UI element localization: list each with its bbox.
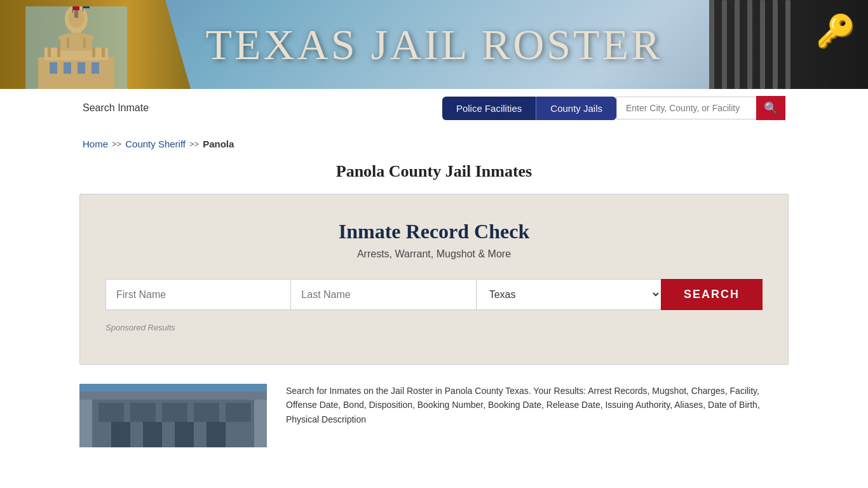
breadcrumb-sep-2: >>	[189, 139, 199, 149]
nav-search-button[interactable]: 🔍	[756, 96, 785, 120]
svg-rect-14	[102, 48, 105, 57]
nav-bar: Search Inmate Police Facilities County J…	[0, 89, 868, 127]
svg-rect-19	[72, 6, 73, 13]
search-icon: 🔍	[764, 101, 778, 115]
svg-rect-29	[226, 403, 251, 422]
svg-rect-18	[92, 62, 99, 74]
search-inmate-label: Search Inmate	[83, 102, 149, 114]
breadcrumb: Home >> County Sheriff >> Panola	[0, 127, 868, 156]
svg-rect-15	[50, 62, 57, 74]
bottom-description: Search for Inmates on the Jail Roster in…	[286, 384, 789, 426]
svg-rect-28	[194, 403, 219, 422]
svg-rect-32	[175, 422, 194, 447]
header-right-image: 🔑	[709, 0, 868, 89]
police-facilities-button[interactable]: Police Facilities	[442, 97, 536, 120]
search-button[interactable]: SEARCH	[661, 279, 763, 310]
capitol-image	[13, 6, 140, 89]
svg-rect-11	[67, 38, 69, 48]
svg-rect-27	[162, 403, 187, 422]
sponsored-label: Sponsored Results	[105, 323, 763, 332]
svg-rect-12	[83, 38, 86, 48]
bottom-building-image	[79, 384, 267, 447]
svg-rect-9	[48, 48, 51, 57]
search-section-title: Inmate Record Check	[105, 220, 763, 243]
breadcrumb-sep-1: >>	[112, 139, 121, 149]
last-name-input[interactable]	[290, 279, 475, 310]
breadcrumb-current: Panola	[203, 139, 234, 149]
breadcrumb-county-sheriff-link[interactable]: County Sheriff	[125, 139, 186, 149]
search-form-row: Texas Alabama Alaska Arizona Arkansas Ca…	[105, 279, 763, 310]
page-title: Panola County Jail Inmates	[0, 162, 868, 181]
svg-rect-35	[79, 384, 267, 391]
svg-rect-17	[78, 62, 85, 74]
first-name-input[interactable]	[105, 279, 290, 310]
svg-rect-13	[92, 48, 95, 57]
state-select[interactable]: Texas Alabama Alaska Arizona Arkansas Ca…	[476, 279, 661, 310]
svg-rect-30	[111, 422, 130, 447]
svg-rect-10	[57, 48, 60, 57]
svg-rect-16	[64, 62, 71, 74]
breadcrumb-home-link[interactable]: Home	[83, 139, 108, 149]
search-section: Inmate Record Check Arrests, Warrant, Mu…	[79, 194, 789, 365]
svg-rect-20	[73, 6, 79, 10]
site-title: Texas Jail Roster	[205, 20, 662, 70]
facility-search-input[interactable]	[616, 97, 756, 119]
svg-rect-33	[207, 422, 226, 447]
svg-rect-34	[79, 390, 267, 400]
svg-rect-26	[130, 403, 156, 422]
nav-right: Police Facilities County Jails 🔍	[442, 96, 785, 120]
search-section-subtitle: Arrests, Warrant, Mugshot & More	[105, 248, 763, 260]
county-jails-button[interactable]: County Jails	[536, 97, 616, 120]
svg-rect-31	[143, 422, 162, 447]
svg-rect-21	[83, 6, 83, 11]
svg-rect-22	[83, 6, 90, 8]
bottom-section: Search for Inmates on the Jail Roster in…	[0, 384, 868, 447]
header-banner: Texas Jail Roster 🔑	[0, 0, 868, 89]
svg-rect-25	[98, 403, 124, 422]
